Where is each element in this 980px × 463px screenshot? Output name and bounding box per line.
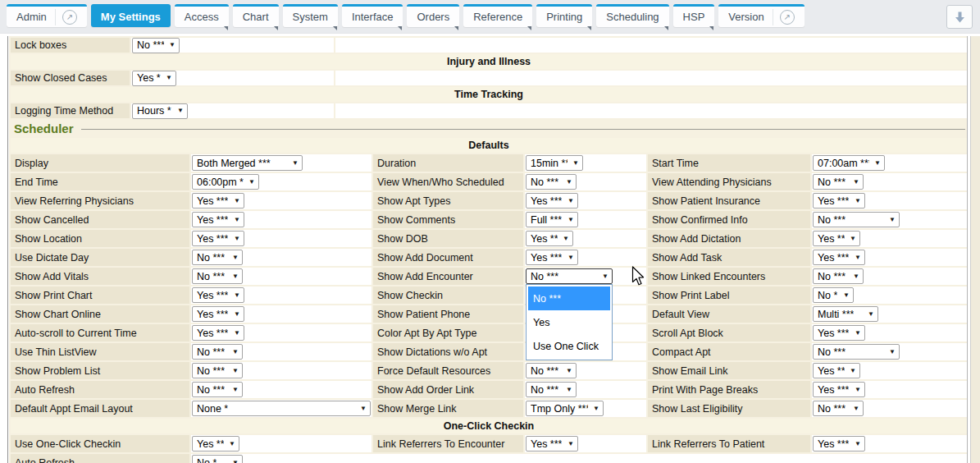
dropdown-arrow-icon: ▼ (177, 108, 184, 114)
select-show-cancelled[interactable]: Yes ***▼ (192, 212, 244, 227)
setting-row: End Time06:00pm ***▼View When/Who Schedu… (11, 173, 967, 190)
tab-scheduling[interactable]: Scheduling (596, 4, 668, 27)
tab-divider (55, 9, 56, 25)
tab-reference[interactable]: Reference (463, 4, 532, 27)
dropdown-arrow-icon: ▼ (234, 236, 240, 242)
open-in-new-icon[interactable]: ↗ (780, 10, 795, 25)
tab-bar: Admin↗My SettingsAccessChartSystemInterf… (0, 0, 980, 34)
select-show-add-document[interactable]: Yes ***▼ (526, 250, 578, 265)
tab-orders[interactable]: Orders (407, 4, 459, 27)
select-use-thin-listview[interactable]: No ***▼ (192, 344, 243, 360)
tab-chart[interactable]: Chart (233, 4, 279, 27)
select-default-appt-email-layout[interactable]: None *▼ (192, 401, 371, 416)
download-button[interactable] (946, 5, 973, 29)
setting-row: Show CancelledYes ***▼Show CommentsFull … (11, 211, 967, 228)
select-show-location[interactable]: Yes ***▼ (192, 231, 244, 246)
select-value: No *** (197, 252, 225, 264)
select-show-dob[interactable]: Yes **▼ (526, 231, 573, 246)
select-value: Yes ** (197, 438, 224, 450)
tab-system[interactable]: System (283, 4, 338, 27)
select-use-one-click-checkin[interactable]: Yes **▼ (192, 436, 239, 452)
select-show-closed-cases[interactable]: Yes *▼ (132, 71, 176, 86)
select-value: Yes *** (197, 328, 228, 339)
select-show-add-order-link[interactable]: No ***▼ (526, 382, 577, 397)
tab-interface[interactable]: Interface (342, 4, 403, 27)
select-logging-time-method[interactable]: Hours *▼ (132, 103, 188, 119)
select-value: No *** (531, 271, 558, 282)
setting-label: Duration (373, 154, 523, 172)
select-default-view[interactable]: Multi ***▼ (813, 306, 878, 322)
dropdown-option-use-one-click[interactable]: Use One Click (528, 334, 610, 358)
select-print-with-page-breaks[interactable]: Yes ***▼ (813, 382, 865, 397)
dropdown-arrow-icon: ▼ (593, 406, 599, 412)
select-view-when-who-scheduled[interactable]: No ***▼ (526, 174, 577, 190)
select-value: No *** (197, 384, 225, 396)
select-use-dictate-day[interactable]: No ***▼ (192, 250, 243, 265)
select-show-merge-link[interactable]: Tmp Only ***▼ (526, 401, 604, 416)
select-scroll-apt-block[interactable]: Yes ***▼ (813, 325, 865, 341)
select-view-referring-physicians[interactable]: Yes ***▼ (192, 193, 244, 209)
dropdown-option-yes[interactable]: Yes (528, 310, 610, 334)
select-auto-refresh[interactable]: No *▼ (192, 455, 243, 463)
select-compact-apt[interactable]: No ***▼ (813, 344, 900, 360)
select-show-add-vitals[interactable]: No ***▼ (192, 268, 243, 284)
tab-access[interactable]: Access (175, 4, 229, 27)
tab-version[interactable]: Version↗ (718, 4, 804, 27)
select-auto-refresh[interactable]: No ***▼ (192, 382, 243, 397)
select-show-add-encounter[interactable]: No ***▼ (526, 268, 613, 284)
select-show-problem-list[interactable]: No ***▼ (192, 363, 243, 378)
dropdown-option-no[interactable]: No *** (528, 287, 610, 310)
select-show-print-label[interactable]: No *▼ (813, 287, 854, 303)
open-in-new-icon[interactable]: ↗ (62, 10, 77, 25)
tab-printing[interactable]: Printing (536, 4, 592, 27)
tab-hsp[interactable]: HSP (673, 4, 715, 27)
select-show-print-chart[interactable]: Yes ***▼ (192, 287, 244, 303)
select-link-referrers-to-encounter[interactable]: Yes ***▼ (526, 436, 578, 452)
select-value: Yes ** (818, 233, 845, 245)
setting-label: Use Dictate Day (11, 249, 189, 266)
select-link-referrers-to-patient[interactable]: Yes ***▼ (813, 436, 865, 452)
setting-value-cell: Hours *▼ (131, 103, 334, 118)
empty-cell (335, 103, 967, 118)
select-duration[interactable]: 15min ***▼ (526, 155, 583, 171)
tab-admin[interactable]: Admin↗ (7, 4, 87, 27)
select-end-time[interactable]: 06:00pm ***▼ (192, 174, 259, 190)
select-value: No *** (818, 403, 846, 415)
dropdown-arrow-icon: ▼ (889, 217, 896, 223)
select-show-add-dictation[interactable]: Yes **▼ (813, 231, 860, 246)
setting-value-cell: No ***▼ (812, 343, 967, 360)
setting-label: Show Linked Encounters (648, 268, 810, 285)
select-show-comments[interactable]: Full ***▼ (526, 212, 578, 227)
select-show-last-eligibility[interactable]: No ***▼ (813, 401, 864, 416)
select-show-confirmed-info[interactable]: No ***▼ (813, 212, 900, 227)
setting-label: Link Referrers To Encounter (373, 435, 523, 452)
panel-left-border (7, 36, 8, 463)
select-value: No *** (531, 365, 558, 377)
dropdown-arrow-icon: ▼ (234, 311, 240, 318)
select-show-add-task[interactable]: Yes ***▼ (813, 250, 865, 265)
dropdown-arrow-icon: ▼ (850, 236, 856, 242)
right-margin-strip (971, 36, 980, 463)
tab-label: My Settings (101, 11, 161, 23)
select-start-time[interactable]: 07:00am ***▼ (813, 155, 885, 171)
tab-label: Access (185, 11, 219, 23)
dropdown-arrow-icon: ▼ (567, 441, 574, 447)
setting-value-cell: No *▼ (191, 454, 967, 463)
select-show-patient-insurance[interactable]: Yes ***▼ (813, 193, 865, 209)
setting-value-cell: No ***▼ (191, 362, 371, 379)
section-header-one-click-checkin: One-Click Checkin (11, 419, 967, 433)
select-auto-scroll-to-current-time[interactable]: Yes ***▼ (192, 325, 244, 341)
select-show-email-link[interactable]: Yes **▼ (813, 363, 860, 378)
select-show-linked-encounters[interactable]: No ***▼ (813, 268, 864, 284)
setting-label: Show Add Order Link (373, 381, 523, 398)
select-lock-boxes[interactable]: No ***▼ (132, 38, 180, 53)
setting-value-cell: Yes ***▼ (525, 435, 646, 452)
dropdown-arrow-icon: ▼ (563, 236, 569, 242)
select-display[interactable]: Both Merged ***▼ (192, 155, 303, 171)
select-view-attending-physicians[interactable]: No ***▼ (813, 174, 864, 190)
setting-row: Show LocationYes ***▼Show DOBYes **▼Show… (11, 230, 967, 247)
tab-my-settings[interactable]: My Settings (91, 4, 171, 27)
select-show-apt-types[interactable]: Yes ***▼ (526, 193, 578, 209)
select-show-chart-online[interactable]: Yes ***▼ (192, 306, 244, 322)
select-force-default-resources[interactable]: No ***▼ (526, 363, 577, 378)
